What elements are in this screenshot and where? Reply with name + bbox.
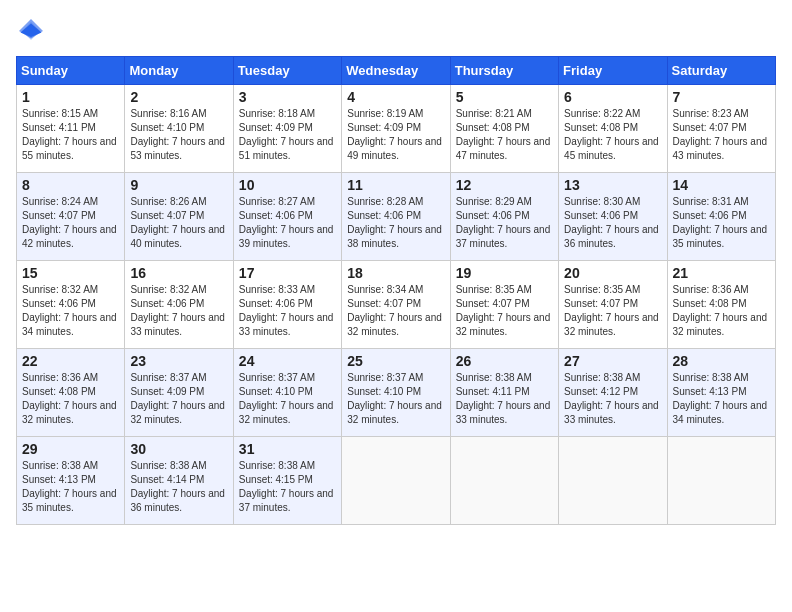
day-number: 7 bbox=[673, 89, 770, 105]
column-header-thursday: Thursday bbox=[450, 57, 558, 85]
day-number: 12 bbox=[456, 177, 553, 193]
day-number: 13 bbox=[564, 177, 661, 193]
calendar-cell bbox=[667, 437, 775, 525]
day-info: Sunrise: 8:32 AMSunset: 4:06 PMDaylight:… bbox=[130, 284, 225, 337]
calendar-cell: 21Sunrise: 8:36 AMSunset: 4:08 PMDayligh… bbox=[667, 261, 775, 349]
calendar-cell: 27Sunrise: 8:38 AMSunset: 4:12 PMDayligh… bbox=[559, 349, 667, 437]
calendar-week-row: 29Sunrise: 8:38 AMSunset: 4:13 PMDayligh… bbox=[17, 437, 776, 525]
day-number: 18 bbox=[347, 265, 444, 281]
day-info: Sunrise: 8:37 AMSunset: 4:10 PMDaylight:… bbox=[239, 372, 334, 425]
calendar-cell: 23Sunrise: 8:37 AMSunset: 4:09 PMDayligh… bbox=[125, 349, 233, 437]
day-number: 22 bbox=[22, 353, 119, 369]
day-info: Sunrise: 8:31 AMSunset: 4:06 PMDaylight:… bbox=[673, 196, 768, 249]
calendar-cell: 17Sunrise: 8:33 AMSunset: 4:06 PMDayligh… bbox=[233, 261, 341, 349]
day-number: 15 bbox=[22, 265, 119, 281]
day-info: Sunrise: 8:36 AMSunset: 4:08 PMDaylight:… bbox=[673, 284, 768, 337]
calendar-week-row: 15Sunrise: 8:32 AMSunset: 4:06 PMDayligh… bbox=[17, 261, 776, 349]
calendar-week-row: 22Sunrise: 8:36 AMSunset: 4:08 PMDayligh… bbox=[17, 349, 776, 437]
day-info: Sunrise: 8:23 AMSunset: 4:07 PMDaylight:… bbox=[673, 108, 768, 161]
day-number: 1 bbox=[22, 89, 119, 105]
calendar-table: SundayMondayTuesdayWednesdayThursdayFrid… bbox=[16, 56, 776, 525]
day-number: 3 bbox=[239, 89, 336, 105]
calendar-cell: 22Sunrise: 8:36 AMSunset: 4:08 PMDayligh… bbox=[17, 349, 125, 437]
day-info: Sunrise: 8:33 AMSunset: 4:06 PMDaylight:… bbox=[239, 284, 334, 337]
calendar-week-row: 8Sunrise: 8:24 AMSunset: 4:07 PMDaylight… bbox=[17, 173, 776, 261]
day-info: Sunrise: 8:35 AMSunset: 4:07 PMDaylight:… bbox=[564, 284, 659, 337]
calendar-cell: 18Sunrise: 8:34 AMSunset: 4:07 PMDayligh… bbox=[342, 261, 450, 349]
day-info: Sunrise: 8:38 AMSunset: 4:12 PMDaylight:… bbox=[564, 372, 659, 425]
day-number: 17 bbox=[239, 265, 336, 281]
calendar-cell: 20Sunrise: 8:35 AMSunset: 4:07 PMDayligh… bbox=[559, 261, 667, 349]
day-info: Sunrise: 8:18 AMSunset: 4:09 PMDaylight:… bbox=[239, 108, 334, 161]
day-info: Sunrise: 8:37 AMSunset: 4:09 PMDaylight:… bbox=[130, 372, 225, 425]
calendar-cell: 10Sunrise: 8:27 AMSunset: 4:06 PMDayligh… bbox=[233, 173, 341, 261]
calendar-cell: 26Sunrise: 8:38 AMSunset: 4:11 PMDayligh… bbox=[450, 349, 558, 437]
page-header bbox=[16, 16, 776, 46]
calendar-week-row: 1Sunrise: 8:15 AMSunset: 4:11 PMDaylight… bbox=[17, 85, 776, 173]
calendar-cell: 19Sunrise: 8:35 AMSunset: 4:07 PMDayligh… bbox=[450, 261, 558, 349]
calendar-cell: 16Sunrise: 8:32 AMSunset: 4:06 PMDayligh… bbox=[125, 261, 233, 349]
day-number: 25 bbox=[347, 353, 444, 369]
calendar-cell: 11Sunrise: 8:28 AMSunset: 4:06 PMDayligh… bbox=[342, 173, 450, 261]
day-number: 14 bbox=[673, 177, 770, 193]
day-info: Sunrise: 8:27 AMSunset: 4:06 PMDaylight:… bbox=[239, 196, 334, 249]
day-info: Sunrise: 8:38 AMSunset: 4:13 PMDaylight:… bbox=[22, 460, 117, 513]
calendar-cell: 6Sunrise: 8:22 AMSunset: 4:08 PMDaylight… bbox=[559, 85, 667, 173]
day-number: 6 bbox=[564, 89, 661, 105]
day-number: 19 bbox=[456, 265, 553, 281]
logo bbox=[16, 16, 50, 46]
day-info: Sunrise: 8:26 AMSunset: 4:07 PMDaylight:… bbox=[130, 196, 225, 249]
day-info: Sunrise: 8:38 AMSunset: 4:11 PMDaylight:… bbox=[456, 372, 551, 425]
day-number: 21 bbox=[673, 265, 770, 281]
day-number: 23 bbox=[130, 353, 227, 369]
day-number: 20 bbox=[564, 265, 661, 281]
day-info: Sunrise: 8:15 AMSunset: 4:11 PMDaylight:… bbox=[22, 108, 117, 161]
day-number: 29 bbox=[22, 441, 119, 457]
day-info: Sunrise: 8:34 AMSunset: 4:07 PMDaylight:… bbox=[347, 284, 442, 337]
day-info: Sunrise: 8:29 AMSunset: 4:06 PMDaylight:… bbox=[456, 196, 551, 249]
day-info: Sunrise: 8:32 AMSunset: 4:06 PMDaylight:… bbox=[22, 284, 117, 337]
day-info: Sunrise: 8:35 AMSunset: 4:07 PMDaylight:… bbox=[456, 284, 551, 337]
day-number: 2 bbox=[130, 89, 227, 105]
column-header-wednesday: Wednesday bbox=[342, 57, 450, 85]
calendar-header-row: SundayMondayTuesdayWednesdayThursdayFrid… bbox=[17, 57, 776, 85]
calendar-cell: 3Sunrise: 8:18 AMSunset: 4:09 PMDaylight… bbox=[233, 85, 341, 173]
day-number: 28 bbox=[673, 353, 770, 369]
day-info: Sunrise: 8:37 AMSunset: 4:10 PMDaylight:… bbox=[347, 372, 442, 425]
calendar-cell: 29Sunrise: 8:38 AMSunset: 4:13 PMDayligh… bbox=[17, 437, 125, 525]
day-info: Sunrise: 8:16 AMSunset: 4:10 PMDaylight:… bbox=[130, 108, 225, 161]
day-info: Sunrise: 8:38 AMSunset: 4:14 PMDaylight:… bbox=[130, 460, 225, 513]
day-info: Sunrise: 8:21 AMSunset: 4:08 PMDaylight:… bbox=[456, 108, 551, 161]
calendar-cell: 2Sunrise: 8:16 AMSunset: 4:10 PMDaylight… bbox=[125, 85, 233, 173]
day-info: Sunrise: 8:22 AMSunset: 4:08 PMDaylight:… bbox=[564, 108, 659, 161]
day-info: Sunrise: 8:28 AMSunset: 4:06 PMDaylight:… bbox=[347, 196, 442, 249]
calendar-cell: 4Sunrise: 8:19 AMSunset: 4:09 PMDaylight… bbox=[342, 85, 450, 173]
day-number: 10 bbox=[239, 177, 336, 193]
day-info: Sunrise: 8:24 AMSunset: 4:07 PMDaylight:… bbox=[22, 196, 117, 249]
calendar-cell: 7Sunrise: 8:23 AMSunset: 4:07 PMDaylight… bbox=[667, 85, 775, 173]
day-number: 5 bbox=[456, 89, 553, 105]
calendar-cell bbox=[559, 437, 667, 525]
day-number: 4 bbox=[347, 89, 444, 105]
column-header-sunday: Sunday bbox=[17, 57, 125, 85]
calendar-cell: 5Sunrise: 8:21 AMSunset: 4:08 PMDaylight… bbox=[450, 85, 558, 173]
day-number: 9 bbox=[130, 177, 227, 193]
day-info: Sunrise: 8:38 AMSunset: 4:13 PMDaylight:… bbox=[673, 372, 768, 425]
day-number: 27 bbox=[564, 353, 661, 369]
column-header-saturday: Saturday bbox=[667, 57, 775, 85]
calendar-cell bbox=[342, 437, 450, 525]
day-number: 24 bbox=[239, 353, 336, 369]
calendar-cell: 24Sunrise: 8:37 AMSunset: 4:10 PMDayligh… bbox=[233, 349, 341, 437]
day-info: Sunrise: 8:38 AMSunset: 4:15 PMDaylight:… bbox=[239, 460, 334, 513]
day-number: 16 bbox=[130, 265, 227, 281]
column-header-tuesday: Tuesday bbox=[233, 57, 341, 85]
calendar-cell: 28Sunrise: 8:38 AMSunset: 4:13 PMDayligh… bbox=[667, 349, 775, 437]
calendar-cell: 12Sunrise: 8:29 AMSunset: 4:06 PMDayligh… bbox=[450, 173, 558, 261]
day-info: Sunrise: 8:19 AMSunset: 4:09 PMDaylight:… bbox=[347, 108, 442, 161]
day-info: Sunrise: 8:30 AMSunset: 4:06 PMDaylight:… bbox=[564, 196, 659, 249]
day-number: 30 bbox=[130, 441, 227, 457]
calendar-cell: 1Sunrise: 8:15 AMSunset: 4:11 PMDaylight… bbox=[17, 85, 125, 173]
calendar-cell: 25Sunrise: 8:37 AMSunset: 4:10 PMDayligh… bbox=[342, 349, 450, 437]
column-header-friday: Friday bbox=[559, 57, 667, 85]
day-info: Sunrise: 8:36 AMSunset: 4:08 PMDaylight:… bbox=[22, 372, 117, 425]
